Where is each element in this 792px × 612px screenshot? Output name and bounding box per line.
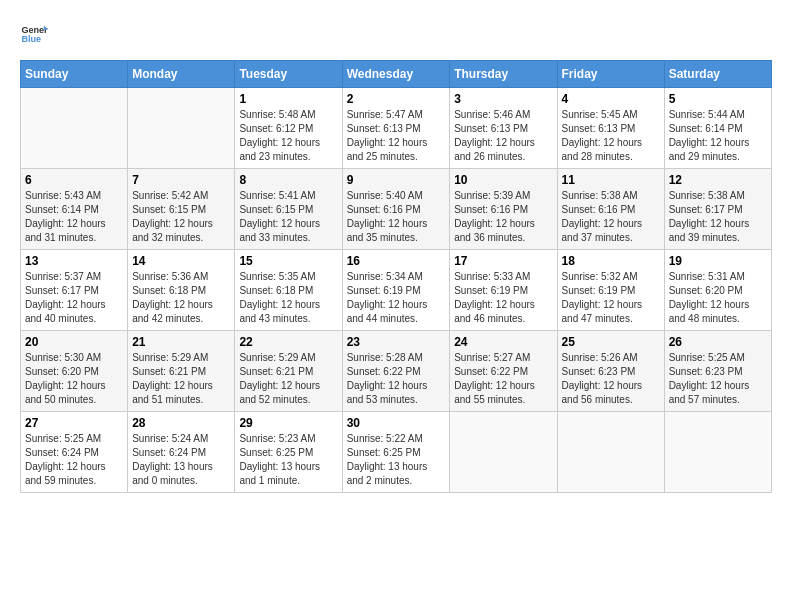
day-number: 24 — [454, 335, 552, 349]
day-info: Sunrise: 5:39 AM Sunset: 6:16 PM Dayligh… — [454, 189, 552, 245]
day-number: 4 — [562, 92, 660, 106]
day-number: 5 — [669, 92, 767, 106]
day-number: 27 — [25, 416, 123, 430]
day-number: 21 — [132, 335, 230, 349]
calendar-cell: 27Sunrise: 5:25 AM Sunset: 6:24 PM Dayli… — [21, 412, 128, 493]
calendar-cell: 22Sunrise: 5:29 AM Sunset: 6:21 PM Dayli… — [235, 331, 342, 412]
day-number: 9 — [347, 173, 446, 187]
day-number: 29 — [239, 416, 337, 430]
calendar-cell: 28Sunrise: 5:24 AM Sunset: 6:24 PM Dayli… — [128, 412, 235, 493]
day-number: 18 — [562, 254, 660, 268]
day-info: Sunrise: 5:32 AM Sunset: 6:19 PM Dayligh… — [562, 270, 660, 326]
calendar-week-2: 6Sunrise: 5:43 AM Sunset: 6:14 PM Daylig… — [21, 169, 772, 250]
calendar-cell: 18Sunrise: 5:32 AM Sunset: 6:19 PM Dayli… — [557, 250, 664, 331]
day-info: Sunrise: 5:29 AM Sunset: 6:21 PM Dayligh… — [239, 351, 337, 407]
day-info: Sunrise: 5:23 AM Sunset: 6:25 PM Dayligh… — [239, 432, 337, 488]
svg-text:Blue: Blue — [21, 34, 41, 44]
calendar-cell: 13Sunrise: 5:37 AM Sunset: 6:17 PM Dayli… — [21, 250, 128, 331]
day-number: 13 — [25, 254, 123, 268]
day-number: 12 — [669, 173, 767, 187]
day-info: Sunrise: 5:45 AM Sunset: 6:13 PM Dayligh… — [562, 108, 660, 164]
calendar-cell: 14Sunrise: 5:36 AM Sunset: 6:18 PM Dayli… — [128, 250, 235, 331]
weekday-header-friday: Friday — [557, 61, 664, 88]
day-info: Sunrise: 5:30 AM Sunset: 6:20 PM Dayligh… — [25, 351, 123, 407]
calendar-cell: 6Sunrise: 5:43 AM Sunset: 6:14 PM Daylig… — [21, 169, 128, 250]
day-info: Sunrise: 5:22 AM Sunset: 6:25 PM Dayligh… — [347, 432, 446, 488]
calendar-week-5: 27Sunrise: 5:25 AM Sunset: 6:24 PM Dayli… — [21, 412, 772, 493]
calendar-cell: 1Sunrise: 5:48 AM Sunset: 6:12 PM Daylig… — [235, 88, 342, 169]
calendar-week-1: 1Sunrise: 5:48 AM Sunset: 6:12 PM Daylig… — [21, 88, 772, 169]
day-number: 14 — [132, 254, 230, 268]
day-info: Sunrise: 5:26 AM Sunset: 6:23 PM Dayligh… — [562, 351, 660, 407]
day-number: 16 — [347, 254, 446, 268]
day-info: Sunrise: 5:25 AM Sunset: 6:23 PM Dayligh… — [669, 351, 767, 407]
day-number: 26 — [669, 335, 767, 349]
day-info: Sunrise: 5:28 AM Sunset: 6:22 PM Dayligh… — [347, 351, 446, 407]
day-number: 2 — [347, 92, 446, 106]
weekday-header-sunday: Sunday — [21, 61, 128, 88]
day-number: 10 — [454, 173, 552, 187]
calendar-cell: 5Sunrise: 5:44 AM Sunset: 6:14 PM Daylig… — [664, 88, 771, 169]
day-number: 17 — [454, 254, 552, 268]
calendar-cell: 16Sunrise: 5:34 AM Sunset: 6:19 PM Dayli… — [342, 250, 450, 331]
day-info: Sunrise: 5:36 AM Sunset: 6:18 PM Dayligh… — [132, 270, 230, 326]
day-number: 8 — [239, 173, 337, 187]
calendar-cell — [128, 88, 235, 169]
calendar: SundayMondayTuesdayWednesdayThursdayFrid… — [20, 60, 772, 493]
calendar-cell: 23Sunrise: 5:28 AM Sunset: 6:22 PM Dayli… — [342, 331, 450, 412]
calendar-cell: 11Sunrise: 5:38 AM Sunset: 6:16 PM Dayli… — [557, 169, 664, 250]
day-info: Sunrise: 5:38 AM Sunset: 6:16 PM Dayligh… — [562, 189, 660, 245]
day-info: Sunrise: 5:24 AM Sunset: 6:24 PM Dayligh… — [132, 432, 230, 488]
calendar-cell: 10Sunrise: 5:39 AM Sunset: 6:16 PM Dayli… — [450, 169, 557, 250]
calendar-cell: 24Sunrise: 5:27 AM Sunset: 6:22 PM Dayli… — [450, 331, 557, 412]
day-info: Sunrise: 5:33 AM Sunset: 6:19 PM Dayligh… — [454, 270, 552, 326]
weekday-header-thursday: Thursday — [450, 61, 557, 88]
weekday-header-saturday: Saturday — [664, 61, 771, 88]
calendar-cell — [21, 88, 128, 169]
day-number: 20 — [25, 335, 123, 349]
day-number: 25 — [562, 335, 660, 349]
logo: General Blue — [20, 20, 48, 48]
calendar-cell: 21Sunrise: 5:29 AM Sunset: 6:21 PM Dayli… — [128, 331, 235, 412]
day-number: 22 — [239, 335, 337, 349]
day-info: Sunrise: 5:42 AM Sunset: 6:15 PM Dayligh… — [132, 189, 230, 245]
day-number: 19 — [669, 254, 767, 268]
day-number: 28 — [132, 416, 230, 430]
day-number: 15 — [239, 254, 337, 268]
day-info: Sunrise: 5:48 AM Sunset: 6:12 PM Dayligh… — [239, 108, 337, 164]
calendar-week-4: 20Sunrise: 5:30 AM Sunset: 6:20 PM Dayli… — [21, 331, 772, 412]
calendar-week-3: 13Sunrise: 5:37 AM Sunset: 6:17 PM Dayli… — [21, 250, 772, 331]
calendar-cell: 4Sunrise: 5:45 AM Sunset: 6:13 PM Daylig… — [557, 88, 664, 169]
calendar-cell: 26Sunrise: 5:25 AM Sunset: 6:23 PM Dayli… — [664, 331, 771, 412]
calendar-cell: 30Sunrise: 5:22 AM Sunset: 6:25 PM Dayli… — [342, 412, 450, 493]
calendar-cell: 7Sunrise: 5:42 AM Sunset: 6:15 PM Daylig… — [128, 169, 235, 250]
calendar-cell: 8Sunrise: 5:41 AM Sunset: 6:15 PM Daylig… — [235, 169, 342, 250]
calendar-cell: 25Sunrise: 5:26 AM Sunset: 6:23 PM Dayli… — [557, 331, 664, 412]
day-info: Sunrise: 5:34 AM Sunset: 6:19 PM Dayligh… — [347, 270, 446, 326]
day-number: 23 — [347, 335, 446, 349]
calendar-cell: 17Sunrise: 5:33 AM Sunset: 6:19 PM Dayli… — [450, 250, 557, 331]
day-info: Sunrise: 5:47 AM Sunset: 6:13 PM Dayligh… — [347, 108, 446, 164]
day-number: 11 — [562, 173, 660, 187]
day-info: Sunrise: 5:40 AM Sunset: 6:16 PM Dayligh… — [347, 189, 446, 245]
day-info: Sunrise: 5:46 AM Sunset: 6:13 PM Dayligh… — [454, 108, 552, 164]
calendar-cell: 3Sunrise: 5:46 AM Sunset: 6:13 PM Daylig… — [450, 88, 557, 169]
calendar-cell: 12Sunrise: 5:38 AM Sunset: 6:17 PM Dayli… — [664, 169, 771, 250]
calendar-cell: 9Sunrise: 5:40 AM Sunset: 6:16 PM Daylig… — [342, 169, 450, 250]
logo-icon: General Blue — [20, 20, 48, 48]
weekday-header-monday: Monday — [128, 61, 235, 88]
calendar-cell — [557, 412, 664, 493]
day-info: Sunrise: 5:38 AM Sunset: 6:17 PM Dayligh… — [669, 189, 767, 245]
day-number: 7 — [132, 173, 230, 187]
day-info: Sunrise: 5:27 AM Sunset: 6:22 PM Dayligh… — [454, 351, 552, 407]
calendar-cell: 2Sunrise: 5:47 AM Sunset: 6:13 PM Daylig… — [342, 88, 450, 169]
day-info: Sunrise: 5:43 AM Sunset: 6:14 PM Dayligh… — [25, 189, 123, 245]
calendar-cell — [450, 412, 557, 493]
calendar-cell: 19Sunrise: 5:31 AM Sunset: 6:20 PM Dayli… — [664, 250, 771, 331]
day-number: 3 — [454, 92, 552, 106]
day-info: Sunrise: 5:25 AM Sunset: 6:24 PM Dayligh… — [25, 432, 123, 488]
day-info: Sunrise: 5:44 AM Sunset: 6:14 PM Dayligh… — [669, 108, 767, 164]
day-info: Sunrise: 5:35 AM Sunset: 6:18 PM Dayligh… — [239, 270, 337, 326]
weekday-header-tuesday: Tuesday — [235, 61, 342, 88]
day-info: Sunrise: 5:37 AM Sunset: 6:17 PM Dayligh… — [25, 270, 123, 326]
